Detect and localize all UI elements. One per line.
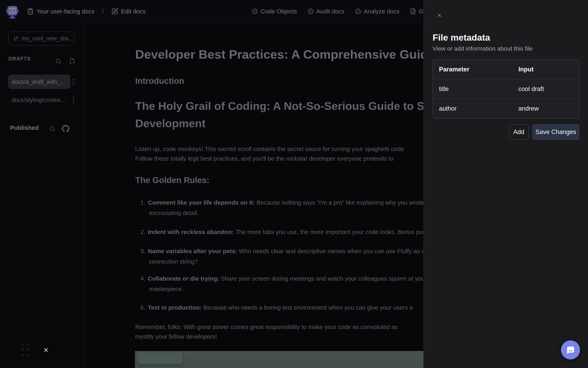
list-text: Share your screen during meetings and wa… <box>219 275 427 282</box>
check-circle-icon <box>252 8 258 15</box>
list-text: The more tabs you use, the more importan… <box>234 229 432 235</box>
breadcrumb-label: Edit docs <box>121 8 146 15</box>
nav-code-objects[interactable]: Code Objects <box>252 8 297 15</box>
doc-list-item-4: 4.Collaborate or die trying: Share your … <box>140 275 427 283</box>
save-changes-button[interactable]: Save Changes <box>533 124 579 140</box>
list-bold: Comment like your life depends on it: <box>148 199 255 206</box>
grid-dots-icon <box>21 343 30 357</box>
branch-selector[interactable]: my_cool_new_dra... <box>9 31 75 46</box>
robot-logo-icon <box>6 4 19 19</box>
panel-actions: Add Save Changes <box>432 124 579 140</box>
widget-close-button[interactable] <box>43 347 49 353</box>
table-row[interactable]: author andrew <box>433 99 579 118</box>
list-number: 4. <box>140 275 145 283</box>
doc-list-item-5: 5.Test in production: Because who needs … <box>140 304 413 312</box>
list-number: 2. <box>140 228 145 236</box>
breadcrumb-edit-docs[interactable]: Edit docs <box>111 8 146 15</box>
doc-embedded-image-card <box>138 353 183 364</box>
column-header-parameter: Parameter <box>433 66 512 73</box>
doc-list-item-1-cont: excruciating detail. <box>149 209 199 217</box>
cell-input: cool draft <box>512 85 579 92</box>
list-number: 3. <box>140 247 145 255</box>
check-circle-icon <box>355 8 361 15</box>
breadcrumb-label: Your user-facing docs <box>37 8 94 15</box>
draft-item[interactable]: docs/styling/contex... <box>8 93 70 107</box>
table-row[interactable]: title cool draft <box>433 79 579 99</box>
doc-heading-h3-line1: The Holy Grail of Coding: A Not-So-Serio… <box>135 102 464 110</box>
draft-item-selected[interactable]: docs/a_draft_with_... <box>8 75 70 89</box>
doc-list-item-3: 3.Name variables after your pets: Who ne… <box>140 247 425 255</box>
nav-label: Audit docs <box>316 8 344 15</box>
close-icon <box>43 347 49 353</box>
doc-heading-golden-rules: The Golden Rules: <box>135 176 209 184</box>
breadcrumb-docs[interactable]: Your user-facing docs <box>27 8 94 15</box>
sidebar: my_cool_new_dra... DRAFTS docs/a_draft_w… <box>0 23 84 368</box>
draft-menu-icon[interactable] <box>71 77 76 87</box>
published-section-header: Published <box>10 124 39 131</box>
panel-close-button[interactable] <box>435 11 444 20</box>
chat-bubble-icon <box>565 345 576 355</box>
cell-parameter: author <box>433 105 512 112</box>
nav-analyze-docs[interactable]: Analyze docs <box>355 8 399 15</box>
panel-subtitle: View or add information about this file <box>432 45 533 52</box>
doc-list-item-4-cont: masterpiece. <box>149 285 184 293</box>
check-circle-icon <box>307 8 314 15</box>
list-number: 5. <box>140 304 145 312</box>
add-button[interactable]: Add <box>509 124 529 140</box>
doc-list-item-1: 1.Comment like your life depends on it: … <box>140 199 435 207</box>
kebab-icon <box>71 95 76 105</box>
doc-heading-introduction: Introduction <box>135 77 184 85</box>
nav-label: Analyze docs <box>364 8 399 15</box>
doc-paragraph-line: Follow these totally legit best practice… <box>135 155 393 163</box>
doc-paragraph-line: mystify your fellow developers! <box>135 333 217 340</box>
drag-handle[interactable] <box>21 343 30 357</box>
breadcrumb-separator: / <box>102 8 104 15</box>
list-text: Who needs clear and descriptive names wh… <box>237 248 425 254</box>
table-header-row: Parameter Input <box>433 60 579 79</box>
doc-embedded-image <box>135 351 439 368</box>
metadata-table: Parameter Input title cool draft author … <box>432 59 579 119</box>
draft-label: docs/styling/contex... <box>12 97 65 103</box>
list-bold: Name variables after your pets: <box>148 248 237 254</box>
list-number: 1. <box>140 199 145 207</box>
github-icon[interactable] <box>62 125 69 132</box>
search-icon[interactable] <box>55 58 62 64</box>
doc-heading-h3-line2: Development <box>135 120 206 127</box>
draft-menu-icon[interactable] <box>71 95 76 105</box>
list-text: Because nothing says "I'm a pro" like ex… <box>255 199 435 206</box>
breadcrumb: Your user-facing docs / Edit docs <box>27 0 146 23</box>
app-window: Your user-facing docs / Edit docs Code O… <box>0 0 588 368</box>
branch-name: my_cool_new_dra... <box>21 35 74 42</box>
chat-launcher-button[interactable] <box>561 340 580 359</box>
edit-icon <box>111 8 118 15</box>
panel-title: File metadata <box>432 32 490 43</box>
doc-paragraph-line: Listen up, code monkeys! This sacred scr… <box>135 145 404 153</box>
draft-label: docs/a_draft_with_... <box>12 79 65 85</box>
list-bold: Indent with reckless abandon: <box>148 229 234 235</box>
git-branch-icon <box>13 36 18 41</box>
drafts-section-header: DRAFTS <box>9 55 31 62</box>
nav-label: Code Objects <box>261 8 297 15</box>
nav-audit-docs[interactable]: Audit docs <box>307 8 344 15</box>
close-icon <box>437 13 442 18</box>
clipboard-icon <box>27 8 34 15</box>
doc-title: Developer Best Practices: A Comprehensiv… <box>135 50 435 58</box>
file-text-icon <box>410 8 416 15</box>
list-bold: Collaborate or die trying: <box>148 275 219 282</box>
new-draft-icon[interactable] <box>69 58 76 64</box>
kebab-icon <box>71 77 76 87</box>
doc-paragraph-line: Remember, folks: With great power comes … <box>135 323 398 331</box>
doc-list-item-3-cont: connection string? <box>149 258 198 266</box>
list-bold: Test in production: <box>148 304 202 311</box>
doc-list-item-2: 2.Indent with reckless abandon: The more… <box>140 228 432 236</box>
column-header-input: Input <box>512 66 579 73</box>
list-text: Because who needs a boring test environm… <box>202 304 413 311</box>
search-icon[interactable] <box>49 126 55 132</box>
cell-parameter: title <box>433 85 512 92</box>
file-metadata-panel: File metadata View or add information ab… <box>424 0 588 368</box>
robot-logo[interactable] <box>6 4 19 19</box>
cell-input: andrew <box>512 105 579 112</box>
